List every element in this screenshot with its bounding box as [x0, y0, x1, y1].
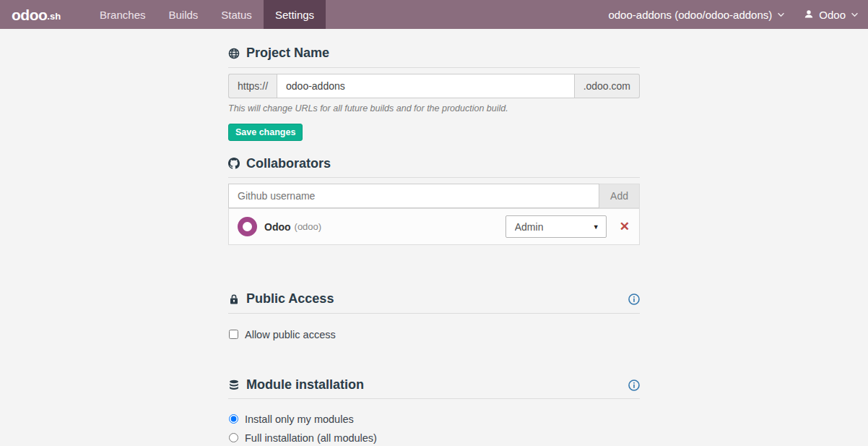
github-username-input[interactable]: [228, 184, 599, 208]
collaborator-row: Odoo (odoo) Admin ▼ ✕: [228, 208, 640, 245]
odoo-sh-logo[interactable]: odoo.sh: [0, 0, 72, 29]
top-navbar: odoo.sh Branches Builds Status Settings …: [0, 0, 868, 29]
page-section-title: Module installation: [246, 377, 364, 393]
allow-public-access-row: Allow public access: [228, 329, 640, 340]
page-section-title: Project Name: [246, 46, 329, 61]
collaborator-username: (odoo): [295, 221, 322, 232]
database-icon: [228, 379, 240, 391]
navbar-right: odoo-addons (odoo/odoo-addons) Odoo: [599, 0, 868, 29]
brand-text: odoo: [12, 7, 47, 22]
brand-suffix-text: .sh: [47, 12, 61, 21]
project-dropdown-label: odoo-addons (odoo/odoo-addons): [608, 9, 772, 21]
full-installation-label[interactable]: Full installation (all modules): [245, 432, 377, 444]
full-installation-radio[interactable]: [229, 433, 238, 442]
github-icon: [228, 158, 240, 169]
nav-item-label: Branches: [100, 9, 145, 21]
navbar-menu: Branches Builds Status Settings: [88, 0, 326, 29]
section-project-name: Project Name https:// .odoo.com This wil…: [228, 46, 640, 141]
nav-item-label: Builds: [168, 9, 198, 21]
install-my-modules-label[interactable]: Install only my modules: [245, 413, 354, 425]
url-suffix-addon: .odoo.com: [575, 74, 640, 98]
collaborator-name: Odoo: [264, 221, 291, 233]
module-option-row: Install only my modules: [228, 413, 640, 425]
nav-item-branches[interactable]: Branches: [88, 0, 157, 29]
settings-content: Project Name https:// .odoo.com This wil…: [228, 29, 640, 446]
add-collaborator-group: Add: [228, 184, 640, 208]
add-collaborator-button[interactable]: Add: [599, 184, 640, 208]
nav-item-status[interactable]: Status: [209, 0, 264, 29]
lock-icon: [228, 293, 240, 305]
chevron-down-icon: [851, 12, 859, 17]
nav-item-builds[interactable]: Builds: [157, 0, 209, 29]
section-public-access: Public Access Allow public access: [228, 291, 640, 340]
section-collaborators: Collaborators Add Odoo (odoo) Admin ▼ ✕: [228, 156, 640, 246]
collaborators-header: Collaborators: [228, 156, 640, 179]
module-option-row: Full installation (all modules): [228, 432, 640, 444]
chevron-down-icon: [777, 12, 785, 17]
project-name-help-text: This will change URLs for all future bui…: [228, 103, 640, 113]
info-icon[interactable]: [628, 379, 640, 391]
module-installation-header: Module installation: [228, 377, 640, 400]
project-name-input[interactable]: [277, 74, 575, 98]
section-module-installation: Module installation Install only my modu…: [228, 377, 640, 446]
install-my-modules-radio[interactable]: [229, 414, 238, 424]
public-access-header: Public Access: [228, 291, 640, 314]
allow-public-access-checkbox[interactable]: [229, 330, 238, 339]
globe-icon: [228, 48, 240, 59]
save-changes-button[interactable]: Save changes: [228, 124, 303, 141]
url-prefix-addon: https://: [228, 74, 277, 98]
project-name-header: Project Name: [228, 46, 640, 68]
page-section-title: Collaborators: [246, 156, 331, 172]
remove-collaborator-button[interactable]: ✕: [620, 220, 630, 233]
user-dropdown-label: Odoo: [819, 9, 846, 21]
user-icon: [804, 9, 814, 20]
page-section-title: Public Access: [246, 291, 334, 307]
nav-item-settings[interactable]: Settings: [264, 0, 326, 29]
allow-public-access-label[interactable]: Allow public access: [245, 329, 336, 340]
user-dropdown[interactable]: Odoo: [794, 0, 868, 29]
project-url-group: https:// .odoo.com: [228, 74, 640, 98]
nav-item-label: Settings: [275, 9, 314, 21]
info-icon[interactable]: [628, 293, 640, 305]
role-select-wrap: Admin ▼: [505, 215, 607, 238]
collaborator-avatar: [238, 217, 257, 236]
module-installation-options: Install only my modules Full installatio…: [228, 413, 640, 446]
collaborator-role-select[interactable]: Admin: [506, 216, 606, 237]
project-dropdown[interactable]: odoo-addons (odoo/odoo-addons): [599, 0, 794, 29]
nav-item-label: Status: [221, 9, 252, 21]
